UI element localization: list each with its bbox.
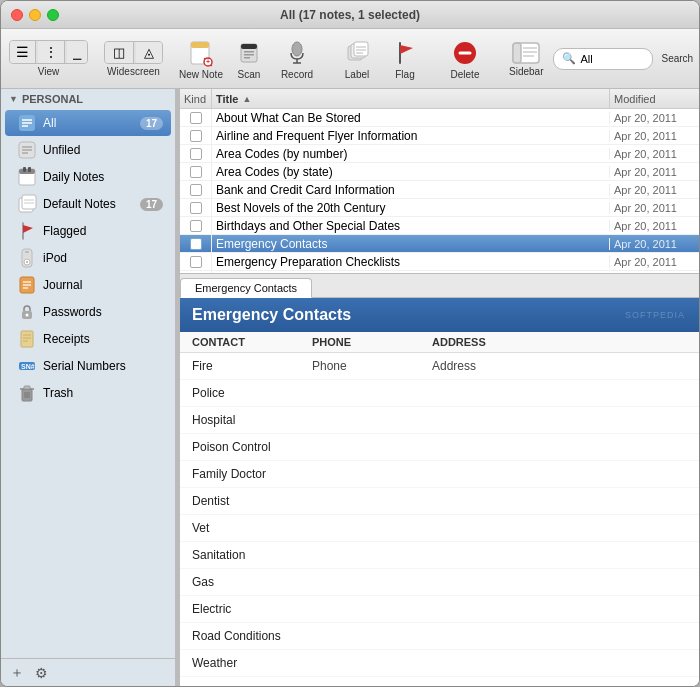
note-kind-cell xyxy=(180,253,212,270)
view-grid-button[interactable]: ⋮ xyxy=(38,41,65,63)
view-list-button[interactable]: ☰ xyxy=(10,41,36,63)
list-item[interactable]: Vet xyxy=(180,515,699,542)
note-checkbox[interactable] xyxy=(190,166,202,178)
delete-icon xyxy=(449,37,481,69)
settings-button[interactable]: ⚙ xyxy=(31,663,51,683)
table-row[interactable]: About What Can Be Stored Apr 20, 2011 xyxy=(180,109,699,127)
sidebar-item-unfiled[interactable]: Unfiled xyxy=(5,137,171,163)
sidebar-item-default-notes-label: Default Notes xyxy=(43,197,134,211)
sidebar-footer: ＋ ⚙ xyxy=(1,658,175,686)
note-checkbox[interactable] xyxy=(190,220,202,232)
close-button[interactable] xyxy=(11,9,23,21)
widescreen-btn-1[interactable]: ◫ xyxy=(105,42,134,63)
table-row[interactable]: Emergency Preparation Checklists Apr 20,… xyxy=(180,253,699,271)
table-row[interactable]: Family History Apr 20, 2011 xyxy=(180,271,699,273)
window-title: All (17 notes, 1 selected) xyxy=(280,8,420,22)
delete-button[interactable]: Delete xyxy=(443,34,487,83)
table-row[interactable]: Area Codes (by state) Apr 20, 2011 xyxy=(180,163,699,181)
label-button[interactable]: Label xyxy=(335,34,379,83)
sort-arrow-icon: ▲ xyxy=(242,94,251,104)
note-checkbox[interactable] xyxy=(190,184,202,196)
svg-rect-54 xyxy=(21,331,33,347)
table-row[interactable]: Area Codes (by number) Apr 20, 2011 xyxy=(180,145,699,163)
sidebar-item-receipts[interactable]: Receipts xyxy=(5,326,171,352)
sidebar-item-ipod[interactable]: iPod xyxy=(5,245,171,271)
notes-list-body: About What Can Be Stored Apr 20, 2011 Ai… xyxy=(180,109,699,273)
svg-text:SN#: SN# xyxy=(21,363,35,370)
view-icons: ☰ ⋮ ⎯ xyxy=(9,40,88,64)
list-item[interactable]: Electric xyxy=(180,596,699,623)
svg-rect-38 xyxy=(28,167,31,172)
sidebar-item-journal[interactable]: Journal xyxy=(5,272,171,298)
note-title-cell: Family History xyxy=(212,273,609,274)
sidebar-item-daily-notes[interactable]: Daily Notes xyxy=(5,164,171,190)
note-title-cell: Airline and Frequent Flyer Information xyxy=(212,129,609,143)
list-item[interactable]: Police xyxy=(180,380,699,407)
list-item[interactable]: Sanitation xyxy=(180,542,699,569)
note-modified-cell: Apr 20, 2011 xyxy=(609,220,699,232)
view-columns-button[interactable]: ⎯ xyxy=(67,41,87,63)
note-checkbox[interactable] xyxy=(190,256,202,268)
table-row[interactable]: Best Novels of the 20th Century Apr 20, … xyxy=(180,199,699,217)
emergency-contacts-table-header: CONTACT PHONE ADDRESS xyxy=(180,332,699,353)
table-row[interactable]: Birthdays and Other Special Dates Apr 20… xyxy=(180,217,699,235)
sidebar-item-flagged[interactable]: Flagged xyxy=(5,218,171,244)
table-row[interactable]: Airline and Frequent Flyer Information A… xyxy=(180,127,699,145)
sidebar-item-default-notes[interactable]: Default Notes 17 xyxy=(5,191,171,217)
note-checkbox[interactable] xyxy=(190,202,202,214)
svg-text:+: + xyxy=(206,58,210,65)
search-label: Search xyxy=(661,53,693,64)
flag-button[interactable]: Flag xyxy=(383,34,427,83)
svg-rect-47 xyxy=(25,251,29,253)
tab-emergency-contacts[interactable]: Emergency Contacts xyxy=(180,278,312,298)
col-kind: Kind xyxy=(180,89,212,108)
widescreen-icons: ◫ ◬ xyxy=(104,41,163,64)
new-note-button[interactable]: + New Note xyxy=(179,34,223,83)
note-checkbox[interactable] xyxy=(190,148,202,160)
note-modified-cell: Apr 20, 2011 xyxy=(609,256,699,268)
sidebar-item-trash[interactable]: Trash xyxy=(5,380,171,406)
maximize-button[interactable] xyxy=(47,9,59,21)
list-item[interactable]: Dentist xyxy=(180,488,699,515)
search-input[interactable] xyxy=(580,53,660,65)
table-row[interactable]: Bank and Credit Card Information Apr 20,… xyxy=(180,181,699,199)
minimize-button[interactable] xyxy=(29,9,41,21)
note-checkbox[interactable] xyxy=(190,238,202,250)
list-item[interactable]: Gas xyxy=(180,569,699,596)
list-item[interactable]: Poison Control xyxy=(180,434,699,461)
contact-name: Gas xyxy=(192,575,312,589)
sidebar-triangle-icon: ▼ xyxy=(9,94,18,104)
contact-name: Hospital xyxy=(192,413,312,427)
widescreen-btn-2[interactable]: ◬ xyxy=(136,42,162,63)
svg-rect-37 xyxy=(23,167,26,172)
note-modified-cell: Apr 20, 2011 xyxy=(609,238,699,250)
note-checkbox[interactable] xyxy=(190,112,202,124)
sidebar-item-all[interactable]: All 17 xyxy=(5,110,171,136)
svg-point-10 xyxy=(292,42,302,56)
record-button[interactable]: Record xyxy=(275,34,319,83)
search-box: 🔍 xyxy=(553,48,653,70)
sidebar-items-list: All 17 Unfiled xyxy=(1,109,175,658)
list-item[interactable]: Fire Phone Address xyxy=(180,353,699,380)
list-item[interactable]: Road Conditions xyxy=(180,623,699,650)
add-item-button[interactable]: ＋ xyxy=(7,663,27,683)
note-kind-cell xyxy=(180,199,212,216)
list-item[interactable]: Family Doctor xyxy=(180,461,699,488)
emergency-contacts-table[interactable]: Fire Phone Address Police Hospital xyxy=(180,353,699,686)
svg-rect-36 xyxy=(19,169,35,174)
sidebar-toggle-button[interactable]: Sidebar xyxy=(503,37,549,80)
sidebar-section-label: PERSONAL xyxy=(22,93,83,105)
main-window: All (17 notes, 1 selected) ☰ ⋮ ⎯ View ◫ … xyxy=(0,0,700,687)
passwords-icon xyxy=(17,302,37,322)
scan-button[interactable]: Scan xyxy=(227,34,271,83)
note-checkbox[interactable] xyxy=(190,130,202,142)
list-item[interactable]: Weather xyxy=(180,650,699,677)
note-title-cell: Area Codes (by state) xyxy=(212,165,609,179)
sidebar-item-passwords[interactable]: Passwords xyxy=(5,299,171,325)
contact-name: Dentist xyxy=(192,494,312,508)
note-modified-cell: Apr 20, 2011 xyxy=(609,130,699,142)
sidebar-badge-default-notes: 17 xyxy=(140,198,163,211)
sidebar-item-serial-numbers[interactable]: SN# Serial Numbers xyxy=(5,353,171,379)
list-item[interactable]: Hospital xyxy=(180,407,699,434)
table-row[interactable]: Emergency Contacts Apr 20, 2011 xyxy=(180,235,699,253)
